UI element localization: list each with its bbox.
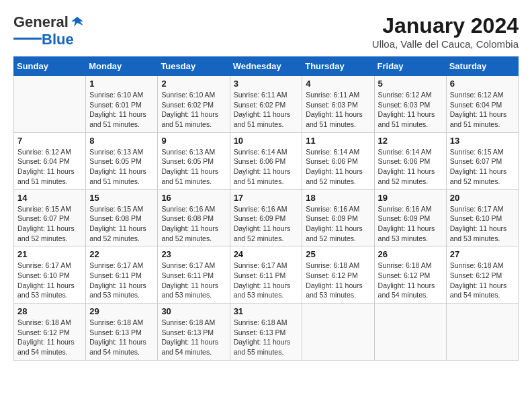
day-info: Sunrise: 6:17 AMSunset: 6:11 PMDaylight:… xyxy=(161,261,226,300)
day-info: Sunrise: 6:13 AMSunset: 6:05 PMDaylight:… xyxy=(89,147,154,187)
calendar-cell: 22Sunrise: 6:17 AMSunset: 6:11 PMDayligh… xyxy=(86,246,158,304)
day-number: 30 xyxy=(161,306,226,316)
calendar-header-row: SundayMondayTuesdayWednesdayThursdayFrid… xyxy=(14,57,519,76)
calendar-cell: 16Sunrise: 6:16 AMSunset: 6:08 PMDayligh… xyxy=(158,189,230,246)
col-header-tuesday: Tuesday xyxy=(158,57,230,76)
day-info: Sunrise: 6:15 AMSunset: 6:07 PMDaylight:… xyxy=(17,204,82,244)
day-number: 1 xyxy=(89,79,154,89)
day-info: Sunrise: 6:12 AMSunset: 6:03 PMDaylight:… xyxy=(378,90,443,130)
day-number: 11 xyxy=(306,136,370,146)
calendar-cell: 25Sunrise: 6:18 AMSunset: 6:12 PMDayligh… xyxy=(302,246,374,304)
calendar-title: January 2024 xyxy=(372,13,519,38)
calendar-cell xyxy=(302,304,374,361)
day-number: 7 xyxy=(17,136,82,146)
calendar-cell: 14Sunrise: 6:15 AMSunset: 6:07 PMDayligh… xyxy=(14,189,86,246)
logo-blue: Blue xyxy=(42,31,74,48)
day-number: 21 xyxy=(17,249,82,259)
calendar-week-2: 7Sunrise: 6:12 AMSunset: 6:04 PMDaylight… xyxy=(14,132,519,189)
day-number: 19 xyxy=(378,193,443,203)
day-info: Sunrise: 6:18 AMSunset: 6:13 PMDaylight:… xyxy=(89,318,154,357)
day-number: 8 xyxy=(89,136,154,146)
day-number: 28 xyxy=(17,306,82,316)
day-info: Sunrise: 6:17 AMSunset: 6:10 PMDaylight:… xyxy=(450,204,515,244)
col-header-friday: Friday xyxy=(374,57,446,76)
calendar-cell: 2Sunrise: 6:10 AMSunset: 6:02 PMDaylight… xyxy=(158,76,230,133)
svg-marker-0 xyxy=(71,17,83,27)
logo-general: General xyxy=(13,13,69,31)
day-info: Sunrise: 6:11 AMSunset: 6:03 PMDaylight:… xyxy=(306,90,370,130)
day-info: Sunrise: 6:18 AMSunset: 6:13 PMDaylight:… xyxy=(234,318,299,357)
calendar-cell: 29Sunrise: 6:18 AMSunset: 6:13 PMDayligh… xyxy=(86,304,158,361)
col-header-thursday: Thursday xyxy=(302,57,374,76)
day-info: Sunrise: 6:14 AMSunset: 6:06 PMDaylight:… xyxy=(234,147,299,187)
col-header-wednesday: Wednesday xyxy=(230,57,302,76)
calendar-week-4: 21Sunrise: 6:17 AMSunset: 6:10 PMDayligh… xyxy=(14,246,519,304)
day-info: Sunrise: 6:12 AMSunset: 6:04 PMDaylight:… xyxy=(17,147,82,187)
day-info: Sunrise: 6:16 AMSunset: 6:08 PMDaylight:… xyxy=(161,204,226,244)
calendar-cell: 1Sunrise: 6:10 AMSunset: 6:01 PMDaylight… xyxy=(86,76,158,133)
day-number: 26 xyxy=(378,249,443,259)
day-info: Sunrise: 6:16 AMSunset: 6:09 PMDaylight:… xyxy=(378,204,443,244)
day-number: 31 xyxy=(234,306,299,316)
day-info: Sunrise: 6:18 AMSunset: 6:13 PMDaylight:… xyxy=(161,318,226,357)
day-info: Sunrise: 6:17 AMSunset: 6:11 PMDaylight:… xyxy=(89,261,154,300)
day-number: 2 xyxy=(161,79,226,89)
calendar-table: SundayMondayTuesdayWednesdayThursdayFrid… xyxy=(13,56,519,361)
day-info: Sunrise: 6:15 AMSunset: 6:08 PMDaylight:… xyxy=(89,204,154,244)
day-info: Sunrise: 6:10 AMSunset: 6:01 PMDaylight:… xyxy=(89,90,154,130)
calendar-cell: 12Sunrise: 6:14 AMSunset: 6:06 PMDayligh… xyxy=(374,132,446,189)
day-info: Sunrise: 6:18 AMSunset: 6:12 PMDaylight:… xyxy=(378,261,443,300)
calendar-cell: 11Sunrise: 6:14 AMSunset: 6:06 PMDayligh… xyxy=(302,132,374,189)
calendar-cell: 13Sunrise: 6:15 AMSunset: 6:07 PMDayligh… xyxy=(446,132,518,189)
calendar-week-5: 28Sunrise: 6:18 AMSunset: 6:12 PMDayligh… xyxy=(14,304,519,361)
day-number: 4 xyxy=(306,79,370,89)
calendar-cell: 30Sunrise: 6:18 AMSunset: 6:13 PMDayligh… xyxy=(158,304,230,361)
day-info: Sunrise: 6:15 AMSunset: 6:07 PMDaylight:… xyxy=(450,147,515,187)
calendar-cell: 18Sunrise: 6:16 AMSunset: 6:09 PMDayligh… xyxy=(302,189,374,246)
calendar-cell: 4Sunrise: 6:11 AMSunset: 6:03 PMDaylight… xyxy=(302,76,374,133)
calendar-cell: 28Sunrise: 6:18 AMSunset: 6:12 PMDayligh… xyxy=(14,304,86,361)
calendar-cell: 6Sunrise: 6:12 AMSunset: 6:04 PMDaylight… xyxy=(446,76,518,133)
day-number: 10 xyxy=(234,136,299,146)
day-number: 27 xyxy=(450,249,515,259)
day-info: Sunrise: 6:18 AMSunset: 6:12 PMDaylight:… xyxy=(17,318,82,357)
calendar-cell: 19Sunrise: 6:16 AMSunset: 6:09 PMDayligh… xyxy=(374,189,446,246)
calendar-week-3: 14Sunrise: 6:15 AMSunset: 6:07 PMDayligh… xyxy=(14,189,519,246)
calendar-cell: 9Sunrise: 6:13 AMSunset: 6:05 PMDaylight… xyxy=(158,132,230,189)
logo-bird-icon xyxy=(70,15,85,30)
col-header-monday: Monday xyxy=(86,57,158,76)
day-number: 18 xyxy=(306,193,370,203)
calendar-cell: 3Sunrise: 6:11 AMSunset: 6:02 PMDaylight… xyxy=(230,76,302,133)
day-info: Sunrise: 6:11 AMSunset: 6:02 PMDaylight:… xyxy=(234,90,299,130)
day-info: Sunrise: 6:17 AMSunset: 6:10 PMDaylight:… xyxy=(17,261,82,300)
title-block: January 2024 Ulloa, Valle del Cauca, Col… xyxy=(372,13,519,50)
calendar-cell: 10Sunrise: 6:14 AMSunset: 6:06 PMDayligh… xyxy=(230,132,302,189)
day-info: Sunrise: 6:16 AMSunset: 6:09 PMDaylight:… xyxy=(234,204,299,244)
day-number: 9 xyxy=(161,136,226,146)
calendar-cell: 8Sunrise: 6:13 AMSunset: 6:05 PMDaylight… xyxy=(86,132,158,189)
day-info: Sunrise: 6:10 AMSunset: 6:02 PMDaylight:… xyxy=(161,90,226,130)
calendar-cell xyxy=(446,304,518,361)
day-number: 23 xyxy=(161,249,226,259)
day-number: 17 xyxy=(234,193,299,203)
day-info: Sunrise: 6:14 AMSunset: 6:06 PMDaylight:… xyxy=(378,147,443,187)
day-info: Sunrise: 6:18 AMSunset: 6:12 PMDaylight:… xyxy=(450,261,515,300)
calendar-cell: 24Sunrise: 6:17 AMSunset: 6:11 PMDayligh… xyxy=(230,246,302,304)
col-header-sunday: Sunday xyxy=(14,57,86,76)
day-number: 12 xyxy=(378,136,443,146)
day-number: 14 xyxy=(17,193,82,203)
day-number: 25 xyxy=(306,249,370,259)
day-number: 5 xyxy=(378,79,443,89)
day-info: Sunrise: 6:16 AMSunset: 6:09 PMDaylight:… xyxy=(306,204,370,244)
calendar-cell: 15Sunrise: 6:15 AMSunset: 6:08 PMDayligh… xyxy=(86,189,158,246)
calendar-cell: 20Sunrise: 6:17 AMSunset: 6:10 PMDayligh… xyxy=(446,189,518,246)
day-number: 6 xyxy=(450,79,515,89)
calendar-cell: 26Sunrise: 6:18 AMSunset: 6:12 PMDayligh… xyxy=(374,246,446,304)
day-info: Sunrise: 6:18 AMSunset: 6:12 PMDaylight:… xyxy=(306,261,370,300)
day-number: 22 xyxy=(89,249,154,259)
calendar-cell xyxy=(374,304,446,361)
calendar-cell: 17Sunrise: 6:16 AMSunset: 6:09 PMDayligh… xyxy=(230,189,302,246)
day-info: Sunrise: 6:14 AMSunset: 6:06 PMDaylight:… xyxy=(306,147,370,187)
day-number: 24 xyxy=(234,249,299,259)
day-number: 3 xyxy=(234,79,299,89)
